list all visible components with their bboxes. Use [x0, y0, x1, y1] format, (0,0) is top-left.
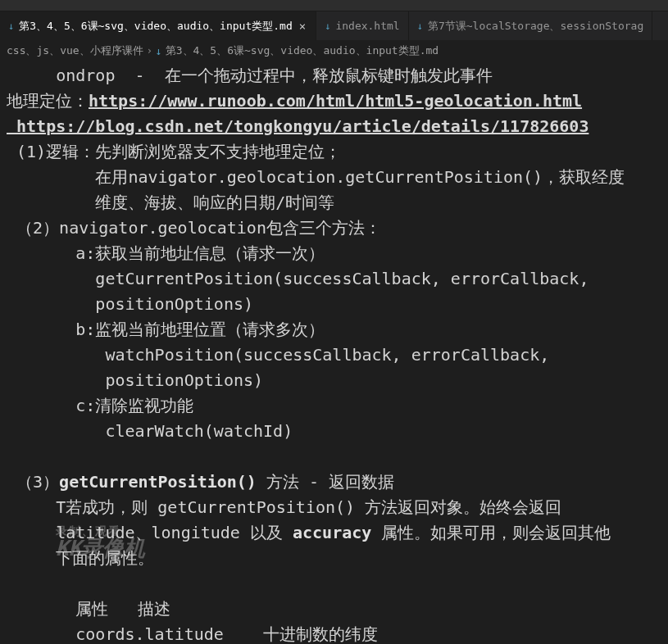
code: getCurrentPosition(successCallback, erro… [7, 266, 661, 292]
chevron-right-icon: › [147, 45, 152, 57]
code: navigator.geolocation [59, 218, 266, 238]
breadcrumb: css、js、vue、小程序课件 › ↓ 第3、4、5、6课~svg、video… [0, 40, 668, 61]
link-runoob[interactable]: https://www.runoob.com/html/html5-geoloc… [89, 91, 582, 111]
blank [7, 571, 661, 596]
tab-file-3[interactable]: ↓ 第7节课~localStorage、sessionStorag [409, 11, 653, 40]
arrow-down-icon: ↓ [8, 20, 14, 32]
text: 在用 [7, 167, 128, 187]
tab-label: 第3、4、5、6课~svg、video、audio、input类型.md [19, 19, 293, 34]
text: 以及 [240, 523, 293, 542]
code: accuracy [293, 523, 371, 542]
text: （3） [7, 472, 59, 492]
text: c:清除监视功能 [7, 393, 661, 419]
breadcrumb-segment[interactable]: css、js、vue、小程序课件 [7, 43, 143, 58]
tab-label: index.html [335, 20, 399, 32]
text: 属性。如果可用，则会返回其他 [371, 523, 611, 542]
text: 方法 - 返回数据 [257, 472, 394, 492]
code: clearWatch(watchId) [7, 419, 661, 444]
code: positionOptions) [7, 368, 661, 393]
arrow-down-icon: ↓ [156, 45, 162, 57]
text: 在一个拖动过程中，释放鼠标键时触发此事件 [165, 66, 493, 85]
text: ，获取经度 [543, 167, 625, 187]
text: coords.latitude 十进制数的纬度 [7, 622, 661, 644]
text: （2） [7, 218, 59, 238]
text: 方法返回对象。始终会返回 [355, 497, 561, 517]
tab-file-1[interactable]: ↓ 第3、4、5、6课~svg、video、audio、input类型.md × [0, 11, 316, 40]
text: ondrop - [7, 66, 165, 85]
code: getCurrentPosition() [157, 497, 355, 517]
code: watchPosition(successCallback, errorCall… [7, 342, 661, 368]
text: T若成功，则 [7, 497, 157, 517]
text: 维度、海拔、响应的日期/时间等 [7, 190, 661, 215]
text: 属性 描述 [7, 596, 661, 622]
text: 包含三个方法： [266, 218, 381, 238]
link-csdn[interactable]: https://blog.csdn.net/tongkongyu/article… [7, 116, 588, 136]
text: (1)逻辑：先判断浏览器支不支持地理定位； [7, 139, 661, 165]
tab-file-2[interactable]: ↓ index.html [316, 11, 409, 40]
close-icon[interactable]: × [298, 20, 307, 33]
editor-content[interactable]: ondrop - 在一个拖动过程中，释放鼠标键时触发此事件 地理定位：https… [0, 61, 668, 644]
text: 下面的属性。 [7, 546, 661, 571]
tabs-row: ↓ 第3、4、5、6课~svg、video、audio、input类型.md ×… [0, 11, 668, 40]
breadcrumb-segment[interactable]: 第3、4、5、6课~svg、video、audio、input类型.md [166, 43, 439, 58]
title-bar [0, 0, 668, 11]
text: 地理定位： [7, 91, 89, 111]
code: positionOptions) [7, 292, 661, 317]
tab-label: 第7节课~localStorage、sessionStorag [428, 19, 643, 34]
code: navigator.geolocation.getCurrentPosition… [128, 167, 543, 187]
code: getCurrentPosition() [59, 472, 257, 492]
arrow-down-icon: ↓ [417, 20, 423, 32]
code: latitude、longitude [7, 523, 240, 542]
arrow-down-icon: ↓ [325, 20, 330, 32]
text: a:获取当前地址信息（请求一次） [7, 241, 661, 266]
blank [7, 444, 661, 469]
text: b:监视当前地理位置（请求多次） [7, 317, 661, 342]
